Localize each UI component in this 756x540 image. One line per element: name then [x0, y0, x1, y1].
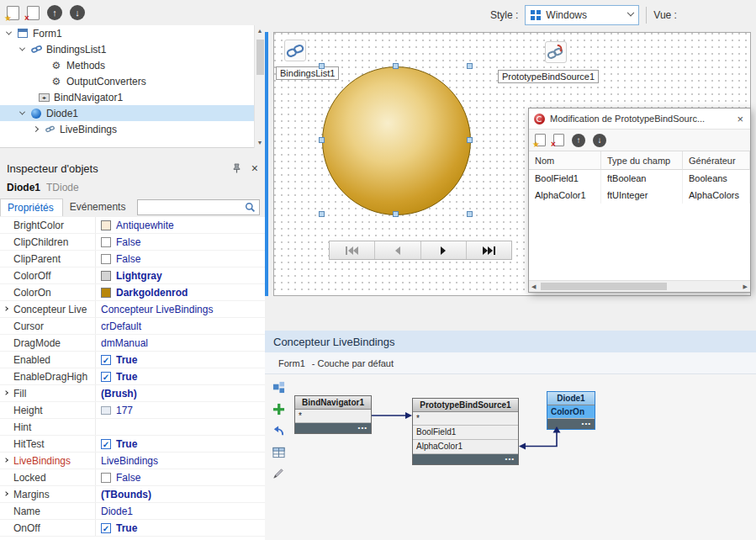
new-item-icon[interactable]: ★	[7, 6, 19, 20]
property-row[interactable]: ColorOff Lightgray	[0, 267, 265, 284]
tree-item-bindnavigator1[interactable]: ◂▸ BindNavigator1	[0, 89, 265, 105]
table-icon[interactable]	[272, 447, 285, 458]
selection-handle[interactable]	[467, 63, 473, 69]
lb-block-prototypebindsource1[interactable]: PrototypeBindSource1 * BoolField1 AlphaC…	[412, 398, 519, 465]
expander-icon[interactable]	[19, 45, 25, 51]
scrollbar-thumb[interactable]	[256, 40, 264, 75]
tree-scrollbar[interactable]: ▲ ▼	[254, 25, 265, 148]
lb-member[interactable]: *	[295, 410, 371, 423]
layout-icon[interactable]	[272, 381, 285, 394]
panel-splitter[interactable]	[265, 32, 268, 296]
diode-control[interactable]	[322, 66, 471, 215]
more-dots-icon[interactable]: •••	[547, 419, 595, 429]
more-dots-icon[interactable]: •••	[295, 423, 371, 433]
dialog-titlebar[interactable]: Modification de PrototypeBindSourc... ×	[529, 109, 750, 129]
selection-handle[interactable]	[319, 63, 325, 69]
add-field-icon[interactable]: ★	[535, 134, 546, 146]
scroll-left-icon[interactable]: ◀	[531, 283, 536, 290]
lb-member[interactable]: *	[413, 412, 518, 426]
property-row[interactable]: Cursor crDefault	[0, 318, 265, 335]
pencil-icon[interactable]	[272, 468, 284, 479]
bindingslist-component-icon[interactable]	[284, 40, 306, 61]
dialog-close-icon[interactable]: ×	[737, 113, 743, 125]
prototypebindsource-component-icon[interactable]	[545, 41, 567, 63]
lb-block-bindnavigator1[interactable]: BindNavigator1 * •••	[294, 395, 372, 434]
checkbox-checked[interactable]: ✓	[101, 523, 111, 533]
column-header[interactable]: Type du champ	[601, 151, 683, 170]
lb-member[interactable]: AlphaColor1	[413, 440, 518, 454]
lb-member[interactable]: BoolField1	[413, 426, 518, 440]
expand-icon[interactable]	[3, 491, 8, 496]
move-up-button[interactable]: ↑	[47, 5, 62, 20]
property-row[interactable]: Fill (Brush)	[0, 385, 265, 402]
lb-block-diode1[interactable]: Diode1 ColorOn •••	[547, 391, 595, 430]
delete-field-icon[interactable]: ×	[553, 134, 564, 146]
scroll-up-icon[interactable]: ▲	[255, 28, 265, 34]
field-row[interactable]: BoolField1 ftBoolean Booleans	[529, 170, 750, 187]
selection-handle[interactable]	[319, 137, 325, 143]
bindingslist-label[interactable]: BindingsList1	[276, 66, 339, 80]
style-select[interactable]: Windows	[525, 5, 639, 25]
scroll-down-icon[interactable]: ▼	[255, 140, 265, 146]
expand-icon[interactable]	[3, 390, 8, 395]
property-row[interactable]: Locked False	[0, 469, 265, 486]
tree-item-livebindings[interactable]: LiveBindings	[0, 121, 265, 137]
property-row[interactable]: ClipChildren False	[0, 234, 265, 251]
scrollbar-thumb[interactable]	[541, 283, 667, 290]
tree-item-methods[interactable]: ⚙ Methods	[0, 57, 265, 73]
tab-events[interactable]: Evénements	[63, 199, 135, 215]
tree-item-outputconverters[interactable]: ⚙ OutputConverters	[0, 73, 265, 89]
property-row[interactable]: Hint	[0, 419, 265, 436]
nav-first-button[interactable]	[330, 241, 375, 259]
column-header[interactable]: Générateur	[683, 151, 750, 170]
field-up-button[interactable]: ↑	[572, 134, 585, 147]
checkbox-checked[interactable]: ✓	[101, 372, 111, 382]
property-row[interactable]: DragMode dmManual	[0, 335, 265, 352]
close-icon[interactable]: ×	[251, 161, 258, 175]
property-row[interactable]: BrightColor Antiquewhite	[0, 217, 265, 234]
nav-prior-button[interactable]	[375, 241, 420, 259]
checkbox-unchecked[interactable]	[101, 254, 111, 264]
property-row[interactable]: ColorOn Darkgoldenrod	[0, 284, 265, 301]
selection-handle[interactable]	[393, 211, 399, 217]
prototypebindsource-label[interactable]: PrototypeBindSource1	[498, 70, 599, 83]
nav-next-button[interactable]	[421, 241, 467, 259]
tab-properties[interactable]: Propriétés	[0, 199, 63, 216]
add-icon[interactable]	[272, 403, 285, 416]
expand-icon[interactable]	[3, 306, 8, 311]
selection-handle[interactable]	[467, 211, 473, 217]
selection-handle[interactable]	[319, 211, 325, 217]
expander-icon[interactable]	[19, 109, 25, 115]
inspector-object-selector[interactable]: Diode1 TDiode	[0, 178, 265, 197]
undo-icon[interactable]	[272, 425, 285, 437]
selection-handle[interactable]	[467, 137, 473, 143]
lb-member[interactable]: ColorOn	[547, 405, 595, 419]
field-row[interactable]: AlphaColor1 ftUInteger AlphaColors	[529, 187, 750, 204]
expander-icon[interactable]	[6, 29, 12, 35]
tree-item-form1[interactable]: Form1	[0, 25, 265, 41]
scroll-right-icon[interactable]: ▶	[743, 283, 748, 290]
property-search-input[interactable]	[137, 199, 260, 215]
property-row[interactable]: EnableDragHigh ✓True	[0, 368, 265, 385]
column-header[interactable]: Nom	[529, 151, 601, 170]
property-row[interactable]: LiveBindings LiveBindings	[0, 453, 265, 469]
expander-icon[interactable]	[33, 126, 39, 132]
checkbox-unchecked[interactable]	[101, 237, 111, 247]
dialog-hscrollbar[interactable]: ◀ ▶	[529, 280, 750, 292]
expand-icon[interactable]	[3, 458, 8, 463]
selection-handle[interactable]	[393, 63, 399, 69]
property-row[interactable]: HitTest ✓True	[0, 436, 265, 453]
property-row[interactable]: OnOff ✓True	[0, 520, 265, 537]
property-row[interactable]: Margins (TBounds)	[0, 486, 265, 503]
property-row[interactable]: Concepteur Live Concepteur LiveBindings	[0, 301, 265, 318]
tree-item-diode1[interactable]: Diode1	[0, 105, 265, 121]
checkbox-checked[interactable]: ✓	[101, 355, 111, 365]
tree-item-bindingslist1[interactable]: BindingsList1	[0, 41, 265, 57]
delete-item-icon[interactable]: ×	[27, 6, 40, 20]
property-row[interactable]: Enabled ✓True	[0, 352, 265, 368]
checkbox-unchecked[interactable]	[101, 473, 111, 483]
property-row[interactable]: Name Diode1	[0, 503, 265, 520]
property-row[interactable]: ClipParent False	[0, 251, 265, 267]
livebindings-diagram[interactable]: BindNavigator1 * ••• PrototypeBindSource…	[265, 374, 756, 540]
move-down-button[interactable]: ↓	[70, 5, 85, 20]
